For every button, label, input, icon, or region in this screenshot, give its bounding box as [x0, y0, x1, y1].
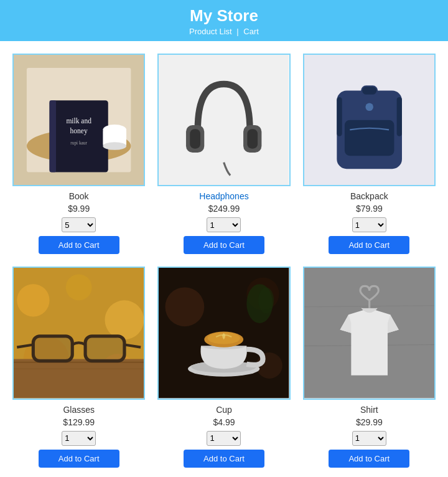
product-controls-backpack: 12345	[352, 217, 386, 232]
product-price-cup: $4.99	[213, 417, 235, 427]
add-to-cart-shirt[interactable]: Add to Cart	[329, 450, 409, 468]
add-to-cart-glasses[interactable]: Add to Cart	[39, 450, 119, 468]
product-price-book: $9.99	[68, 204, 90, 214]
store-title: My Store	[0, 6, 448, 26]
svg-rect-4	[50, 100, 56, 172]
product-controls-shirt: 12345	[352, 431, 386, 446]
qty-select-backpack[interactable]: 12345	[352, 217, 386, 232]
svg-point-22	[365, 103, 373, 111]
product-card-glasses: Glasses$129.9912345Add to Cart	[12, 267, 145, 467]
product-image-glasses	[12, 267, 145, 399]
svg-point-24	[17, 284, 49, 316]
svg-rect-15	[248, 129, 258, 148]
product-card-shirt: Shirt$29.9912345Add to Cart	[303, 267, 436, 467]
qty-select-glasses[interactable]: 12345	[62, 431, 96, 446]
svg-rect-19	[345, 120, 394, 156]
nav-product-list[interactable]: Product List	[189, 27, 232, 36]
svg-rect-35	[86, 338, 123, 360]
svg-point-43	[258, 288, 274, 314]
header-nav: Product List | Cart	[0, 27, 448, 36]
product-name-headphones[interactable]: Headphones	[199, 191, 248, 201]
svg-rect-13	[190, 129, 201, 148]
svg-rect-29	[14, 359, 144, 399]
product-name-cup: Cup	[216, 405, 232, 415]
product-grid: milk and honey rupi kaur Book$9.9912345A…	[12, 54, 436, 468]
product-image-backpack	[303, 54, 436, 186]
svg-text:honey: honey	[70, 127, 88, 135]
svg-rect-33	[34, 338, 71, 360]
site-header: My Store Product List | Cart	[0, 0, 448, 41]
product-card-book: milk and honey rupi kaur Book$9.9912345A…	[12, 54, 145, 254]
product-price-glasses: $129.99	[63, 417, 95, 427]
qty-select-shirt[interactable]: 12345	[352, 431, 386, 446]
qty-select-book[interactable]: 12345	[62, 217, 96, 232]
add-to-cart-headphones[interactable]: Add to Cart	[184, 236, 264, 254]
product-image-shirt	[303, 267, 436, 399]
qty-select-cup[interactable]: 12345	[207, 431, 241, 446]
nav-separator: |	[236, 27, 238, 36]
product-image-cup	[157, 267, 290, 399]
product-price-backpack: $79.99	[356, 204, 383, 214]
product-name-backpack: Backpack	[350, 191, 388, 201]
product-price-shirt: $29.99	[356, 417, 383, 427]
product-image-headphones	[157, 54, 290, 186]
product-controls-book: 12345	[62, 217, 96, 232]
product-card-backpack: Backpack$79.9912345Add to Cart	[303, 54, 436, 254]
product-card-cup: Cup$4.9912345Add to Cart	[157, 267, 290, 467]
svg-text:milk and: milk and	[66, 117, 91, 125]
svg-text:rupi kaur: rupi kaur	[70, 140, 87, 146]
svg-rect-21	[396, 97, 401, 136]
main-content: milk and honey rupi kaur Book$9.9912345A…	[6, 41, 442, 477]
add-to-cart-book[interactable]: Add to Cart	[39, 236, 119, 254]
svg-rect-18	[362, 86, 377, 95]
svg-point-25	[105, 301, 144, 340]
svg-point-26	[66, 275, 92, 301]
svg-rect-3	[50, 100, 108, 172]
product-name-glasses: Glasses	[63, 405, 95, 415]
nav-cart[interactable]: Cart	[243, 27, 259, 36]
qty-select-headphones[interactable]: 12345	[207, 217, 241, 232]
svg-rect-11	[159, 55, 289, 185]
product-name-shirt: Shirt	[360, 405, 378, 415]
add-to-cart-backpack[interactable]: Add to Cart	[329, 236, 409, 254]
product-controls-glasses: 12345	[62, 431, 96, 446]
svg-point-10	[103, 142, 126, 150]
product-controls-cup: 12345	[207, 431, 241, 446]
product-image-book: milk and honey rupi kaur	[12, 54, 145, 186]
add-to-cart-cup[interactable]: Add to Cart	[184, 450, 264, 468]
product-controls-headphones: 12345	[207, 217, 241, 232]
svg-rect-20	[337, 97, 342, 136]
product-price-headphones: $249.99	[208, 204, 240, 214]
product-name-book: Book	[69, 191, 89, 201]
svg-point-39	[166, 288, 205, 327]
product-card-headphones: Headphones$249.9912345Add to Cart	[157, 54, 290, 254]
